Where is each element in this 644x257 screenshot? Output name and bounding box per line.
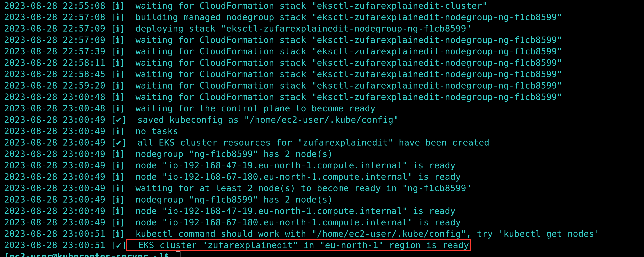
log-line: 2023-08-28 22:59:20 [ℹ] waiting for Clou… — [4, 80, 644, 91]
log-timestamp: 2023-08-28 23:00:49 — [4, 149, 111, 159]
log-line: 2023-08-28 23:00:49 [ℹ] waiting for at l… — [4, 182, 644, 194]
log-line: 2023-08-28 23:00:49 [ℹ] nodegroup "ng-f1… — [4, 194, 644, 205]
log-message: all EKS cluster resources for "zufarexpl… — [127, 138, 490, 148]
log-message: waiting for CloudFormation stack "eksctl… — [125, 69, 562, 79]
log-message: waiting for CloudFormation stack "eksctl… — [125, 92, 562, 102]
log-message: nodegroup "ng-f1cb8599" has 2 node(s) — [125, 149, 333, 159]
log-timestamp: 2023-08-28 23:00:48 — [4, 103, 111, 113]
log-timestamp: 2023-08-28 23:00:48 — [4, 92, 111, 102]
shell-prompt[interactable]: [ec2-user@kubernetes-server ~]$ — [4, 251, 644, 257]
log-timestamp: 2023-08-28 23:00:51 — [4, 229, 111, 239]
log-line: 2023-08-28 23:00:49 [ℹ] node "ip-192-168… — [4, 205, 644, 216]
log-message: saved kubeconfig as "/home/ec2-user/.kub… — [127, 115, 399, 125]
log-message: waiting for CloudFormation stack "eksctl… — [125, 1, 488, 11]
log-line: 2023-08-28 23:00:48 [ℹ] waiting for Clou… — [4, 91, 644, 102]
info-icon: [ℹ] — [111, 126, 125, 136]
log-timestamp: 2023-08-28 22:57:09 — [4, 24, 111, 34]
log-line: 2023-08-28 22:58:11 [ℹ] waiting for Clou… — [4, 57, 644, 68]
log-timestamp: 2023-08-28 23:00:49 — [4, 172, 111, 182]
log-line: 2023-08-28 23:00:49 [ℹ] node "ip-192-168… — [4, 216, 644, 228]
log-message: node "ip-192-168-67-180.eu-north-1.compu… — [125, 217, 461, 227]
log-line: 2023-08-28 23:00:49 [ℹ] no tasks — [4, 126, 644, 137]
log-timestamp: 2023-08-28 22:57:39 — [4, 46, 111, 56]
prompt-user-host: [ec2-user@kubernetes-server — [4, 252, 154, 257]
log-message: building managed nodegroup stack "eksctl… — [125, 12, 562, 22]
log-timestamp: 2023-08-28 22:58:11 — [4, 58, 111, 68]
check-icon: [✔] — [111, 240, 126, 250]
info-icon: [ℹ] — [111, 206, 125, 216]
log-timestamp: 2023-08-28 23:00:51 — [4, 240, 111, 250]
log-line: 2023-08-28 23:00:48 [ℹ] waiting for the … — [4, 102, 644, 114]
info-icon: [ℹ] — [111, 194, 125, 204]
log-line: 2023-08-28 23:00:49 [✔] saved kubeconfig… — [4, 114, 644, 126]
log-message: node "ip-192-168-47-19.eu-north-1.comput… — [125, 160, 456, 170]
info-icon: [ℹ] — [111, 12, 125, 22]
log-line: 2023-08-28 22:57:09 [ℹ] waiting for Clou… — [4, 34, 644, 46]
cursor-icon — [176, 252, 180, 257]
log-message: waiting for at least 2 node(s) to become… — [125, 183, 472, 193]
log-message: node "ip-192-168-47-19.eu-north-1.comput… — [125, 206, 456, 216]
log-message: nodegroup "ng-f1cb8599" has 2 node(s) — [125, 194, 333, 204]
log-timestamp: 2023-08-28 23:00:49 — [4, 138, 111, 148]
log-message-highlighted: EKS cluster "zufarexplainedit" in "eu-no… — [126, 239, 471, 251]
log-message: no tasks — [125, 126, 178, 136]
log-line: 2023-08-28 22:58:45 [ℹ] waiting for Clou… — [4, 68, 644, 80]
check-icon: [✔] — [111, 138, 126, 148]
log-message: waiting for CloudFormation stack "eksctl… — [125, 58, 562, 68]
info-icon: [ℹ] — [111, 24, 125, 34]
info-icon: [ℹ] — [111, 217, 125, 227]
terminal-output[interactable]: 2023-08-28 22:55:08 [ℹ] waiting for Clou… — [0, 0, 644, 257]
log-timestamp: 2023-08-28 23:00:49 — [4, 217, 111, 227]
log-timestamp: 2023-08-28 22:58:45 — [4, 69, 111, 79]
log-message: waiting for CloudFormation stack "eksctl… — [125, 46, 562, 56]
log-timestamp: 2023-08-28 23:00:49 — [4, 183, 111, 193]
log-timestamp: 2023-08-28 23:00:49 — [4, 194, 111, 204]
log-timestamp: 2023-08-28 22:55:08 — [4, 1, 111, 11]
prompt-path: ~ — [154, 252, 159, 257]
log-line: 2023-08-28 22:57:08 [ℹ] building managed… — [4, 12, 644, 23]
info-icon: [ℹ] — [111, 103, 125, 113]
log-timestamp: 2023-08-28 23:00:49 — [4, 126, 111, 136]
info-icon: [ℹ] — [111, 229, 125, 239]
check-icon: [✔] — [111, 115, 126, 125]
log-line: 2023-08-28 22:57:39 [ℹ] waiting for Clou… — [4, 46, 644, 57]
info-icon: [ℹ] — [111, 58, 125, 68]
log-line: 2023-08-28 23:00:49 [ℹ] nodegroup "ng-f1… — [4, 148, 644, 160]
log-message: waiting for the control plane to become … — [125, 103, 376, 113]
info-icon: [ℹ] — [111, 1, 125, 11]
log-line: 2023-08-28 23:00:51 [ℹ] kubectl command … — [4, 228, 644, 240]
log-message: node "ip-192-168-67-180.eu-north-1.compu… — [125, 172, 461, 182]
info-icon: [ℹ] — [111, 149, 125, 159]
log-timestamp: 2023-08-28 23:00:49 — [4, 160, 111, 170]
log-line: 2023-08-28 23:00:51 [✔] EKS cluster "zuf… — [4, 240, 644, 251]
log-timestamp: 2023-08-28 22:57:08 — [4, 12, 111, 22]
info-icon: [ℹ] — [111, 172, 125, 182]
log-message: kubectl command should work with "/home/… — [125, 229, 600, 239]
log-message: deploying stack "eksctl-zufarexplainedit… — [125, 24, 472, 34]
info-icon: [ℹ] — [111, 69, 125, 79]
log-line: 2023-08-28 23:00:49 [ℹ] node "ip-192-168… — [4, 171, 644, 182]
log-timestamp: 2023-08-28 23:00:49 — [4, 115, 111, 125]
log-timestamp: 2023-08-28 22:57:09 — [4, 35, 111, 45]
info-icon: [ℹ] — [111, 46, 125, 56]
prompt-tail: ]$ — [159, 252, 174, 257]
info-icon: [ℹ] — [111, 160, 125, 170]
info-icon: [ℹ] — [111, 35, 125, 45]
log-timestamp: 2023-08-28 22:59:20 — [4, 80, 111, 90]
log-line: 2023-08-28 23:00:49 [ℹ] node "ip-192-168… — [4, 160, 644, 171]
info-icon: [ℹ] — [111, 183, 125, 193]
log-message: waiting for CloudFormation stack "eksctl… — [125, 35, 562, 45]
log-line: 2023-08-28 23:00:49 [✔] all EKS cluster … — [4, 137, 644, 148]
log-line: 2023-08-28 22:55:08 [ℹ] waiting for Clou… — [4, 0, 644, 12]
log-timestamp: 2023-08-28 23:00:49 — [4, 206, 111, 216]
log-line: 2023-08-28 22:57:09 [ℹ] deploying stack … — [4, 23, 644, 34]
log-message: waiting for CloudFormation stack "eksctl… — [125, 80, 562, 90]
info-icon: [ℹ] — [111, 80, 125, 90]
info-icon: [ℹ] — [111, 92, 125, 102]
